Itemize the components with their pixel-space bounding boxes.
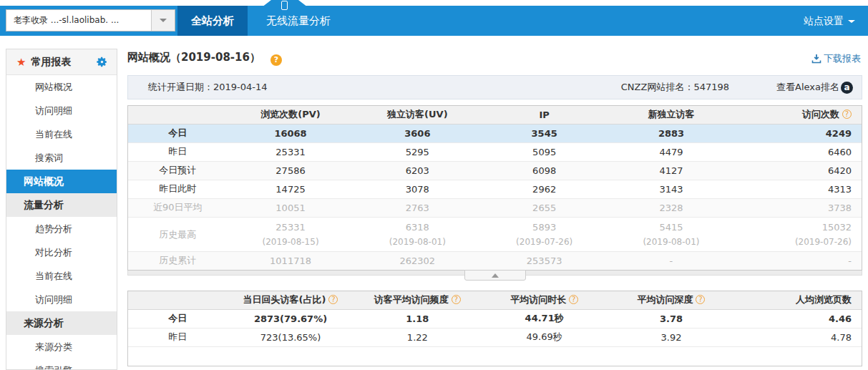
- sidebar-item[interactable]: 访问明细: [6, 99, 117, 122]
- table-cell: 3545: [481, 124, 608, 142]
- table-cell: 1.22: [354, 328, 481, 346]
- table-cell: 49.69秒: [481, 328, 608, 346]
- table-cell: 25331: [227, 142, 353, 161]
- chevron-down-icon: [160, 19, 167, 22]
- sidebar-item[interactable]: 访问明细: [6, 288, 117, 311]
- star-icon: ★: [16, 56, 26, 69]
- table-row: 昨日253315295509544796460: [128, 142, 862, 161]
- stats-open-date: 统计开通日期：2019-04-14: [148, 81, 268, 94]
- overview-table: 浏览次数(PV)独立访客(UV)IP新独立访客访问次数?今日1606836063…: [128, 106, 862, 270]
- tab-full-site-analysis[interactable]: 全站分析: [177, 6, 248, 36]
- table-cell: 5893(2019-07-26): [481, 217, 608, 251]
- help-icon[interactable]: ?: [270, 54, 282, 66]
- help-icon[interactable]: ?: [696, 295, 705, 304]
- sidebar-item[interactable]: 来源分析: [6, 311, 117, 335]
- table-cell: [735, 346, 862, 366]
- table-cell: 5415(2019-08-01): [608, 217, 734, 251]
- sidebar-item[interactable]: 趋势分析: [6, 217, 117, 240]
- sidebar-item[interactable]: 当前在线: [6, 264, 117, 288]
- site-settings-menu[interactable]: 站点设置: [804, 6, 855, 36]
- site-selector-arrow-button[interactable]: [151, 10, 175, 31]
- help-icon[interactable]: ?: [842, 109, 852, 119]
- alexa-icon: a: [841, 82, 853, 94]
- sidebar-item[interactable]: 流量分析: [6, 193, 117, 217]
- row-label: 今日: [128, 309, 227, 328]
- table-row: 近90日平均100512763265523283738: [128, 198, 862, 217]
- cnzz-rank: CNZZ网站排名：547198: [621, 81, 729, 94]
- table-cell: 2328: [608, 198, 734, 217]
- table-cell: [354, 346, 481, 366]
- site-selector-value: 老李收录 ...-sl.laolibab. ...: [6, 14, 151, 26]
- collapse-strip: [127, 271, 862, 276]
- table-row: 今日预计275866203609841276420: [128, 161, 862, 180]
- sidebar-item[interactable]: 搜索词: [6, 146, 117, 170]
- help-icon[interactable]: ?: [328, 295, 338, 304]
- table-cell: 6098: [481, 161, 608, 180]
- column-header: 访客平均访问频度?: [354, 291, 481, 309]
- table-cell: 16068: [227, 124, 353, 142]
- table-cell: 3.78: [608, 309, 734, 328]
- alexa-label: 查看Alexa排名: [776, 81, 839, 94]
- collapse-button[interactable]: [464, 270, 526, 281]
- table-cell: 3078: [354, 180, 481, 198]
- top-navigation-bar: 老李收录 ...-sl.laolibab. ... 全站分析 无线流量分析 站点…: [0, 6, 868, 36]
- chevron-down-icon: [848, 20, 855, 23]
- row-label: 昨日: [128, 142, 227, 161]
- metrics-table-panel: 当日回头访客(占比)?访客平均访问频度?平均访问时长?平均访问深度?人均浏览页数…: [127, 291, 862, 366]
- table-cell: -: [608, 251, 734, 270]
- table-cell: 6318(2019-08-01): [354, 217, 481, 251]
- table-cell: 3606: [354, 124, 481, 142]
- table-cell: 1.18: [354, 309, 481, 328]
- sidebar-item-active[interactable]: 网站概况: [6, 170, 117, 193]
- table-cell: 4249: [735, 124, 862, 142]
- table-cell: 2763: [354, 198, 481, 217]
- table-cell: 15032(2019-07-26): [735, 217, 862, 251]
- table-row: 昨日此时147253078296231434313: [128, 180, 862, 198]
- sidebar-item[interactable]: 来源分类: [6, 335, 117, 359]
- table-row: 昨日723(13.65%)1.2249.69秒3.924.78: [128, 328, 862, 346]
- column-header: 浏览次数(PV): [227, 106, 353, 124]
- download-label: 下载报表: [824, 52, 861, 65]
- download-report-link[interactable]: 下载报表: [811, 52, 861, 65]
- table-cell: -: [735, 251, 862, 270]
- sidebar-item[interactable]: 对比分析: [6, 240, 117, 264]
- table-row: 今日2873(79.67%)1.1844.71秒3.784.46: [128, 309, 862, 328]
- sidebar-nav-list: 网站概况访问明细当前在线搜索词网站概况流量分析趋势分析对比分析当前在线访问明细来…: [6, 75, 117, 370]
- table-header-row: 浏览次数(PV)独立访客(UV)IP新独立访客访问次数?: [128, 106, 862, 124]
- sidebar-item[interactable]: 搜索引擎: [6, 359, 117, 370]
- table-row: 今日160683606354528834249: [128, 124, 862, 142]
- sidebar-item[interactable]: 网站概况: [6, 75, 117, 99]
- help-icon[interactable]: ?: [569, 295, 578, 304]
- table-cell: 5095: [481, 142, 608, 161]
- column-header: [128, 106, 227, 124]
- metrics-table: 当日回头访客(占比)?访客平均访问频度?平均访问时长?平均访问深度?人均浏览页数…: [128, 291, 862, 366]
- table-cell: 4479: [608, 142, 734, 161]
- sidebar-item[interactable]: 当前在线: [6, 122, 117, 146]
- table-cell: [227, 346, 353, 366]
- site-settings-label: 站点设置: [804, 15, 844, 26]
- table-cell: 6460: [735, 142, 862, 161]
- table-cell: 2655: [481, 198, 608, 217]
- table-cell: 3.92: [608, 328, 734, 346]
- column-header: 独立访客(UV): [354, 106, 481, 124]
- table-cell: 4.78: [735, 328, 862, 346]
- site-selector-dropdown[interactable]: 老李收录 ...-sl.laolibab. ...: [6, 9, 175, 31]
- column-header: 平均访问深度?: [608, 291, 734, 309]
- site-info-bar: 统计开通日期：2019-04-14 CNZZ网站排名：547198 查看Alex…: [127, 75, 862, 99]
- row-label: 今日: [128, 124, 227, 142]
- download-icon: [811, 54, 821, 64]
- help-icon[interactable]: ?: [452, 295, 461, 304]
- gear-icon[interactable]: [96, 56, 108, 68]
- page-title: 网站概况（2019-08-16）: [127, 51, 260, 64]
- table-cell: [608, 346, 734, 366]
- main-content: 网站概况（2019-08-16） ? 下载报表 统计开通日期：2019-04-1…: [127, 50, 862, 366]
- table-header-row: 当日回头访客(占比)?访客平均访问频度?平均访问时长?平均访问深度?人均浏览页数: [128, 291, 862, 309]
- table-cell: 4313: [735, 180, 862, 198]
- view-alexa-rank-link[interactable]: 查看Alexa排名 a: [776, 81, 853, 94]
- tab-wireless-traffic-analysis[interactable]: 无线流量分析: [248, 6, 349, 36]
- table-cell: 4127: [608, 161, 734, 180]
- table-row: 历史累计1011718262302253573--: [128, 251, 862, 270]
- column-header: 访问次数?: [735, 106, 862, 124]
- table-cell: [481, 346, 608, 366]
- column-header: 平均访问时长?: [481, 291, 608, 309]
